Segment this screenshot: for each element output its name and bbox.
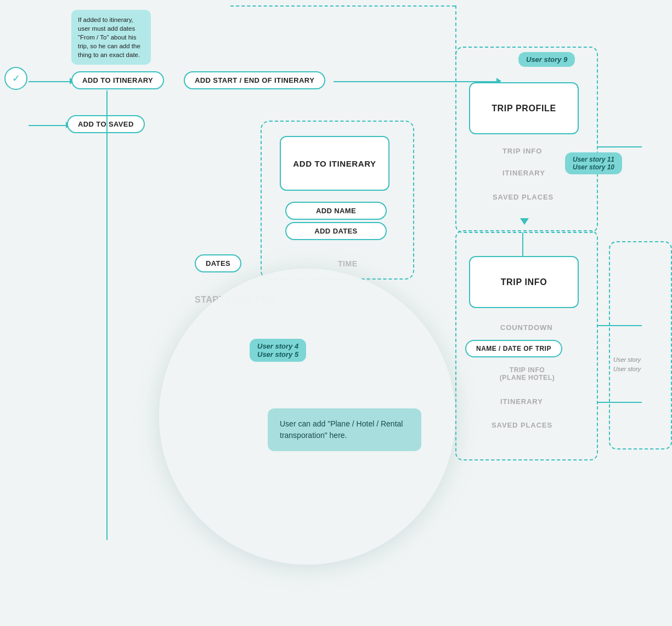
tooltip-box: If added to itinerary, user must add dat… bbox=[71, 10, 151, 65]
dashed-line-top bbox=[230, 5, 455, 7]
line-check-itinerary bbox=[29, 81, 72, 82]
add-to-itinerary-inner-box: ADD TO ITINERARY bbox=[280, 136, 389, 191]
story-11-label: User story 11 bbox=[573, 156, 614, 163]
trip-profile-dashed-box bbox=[455, 47, 598, 233]
user-story-11-10-badge: User story 11 User story 10 bbox=[565, 152, 622, 174]
partial-story-line-2: User story bbox=[613, 365, 641, 374]
arrow-down-between-panels bbox=[520, 218, 529, 225]
partial-story-line-1: User story bbox=[613, 355, 641, 365]
saved-places-label-1: SAVED PLACES bbox=[493, 193, 554, 201]
trip-info-plane-label: TRIP INFO (PLANE HOTEL) bbox=[492, 366, 563, 382]
trip-profile-box: TRIP PROFILE bbox=[469, 82, 579, 134]
description-box: User can add "Plane / Hotel / Rental tra… bbox=[268, 408, 421, 451]
dashed-line-top-right bbox=[455, 5, 456, 55]
name-date-button[interactable]: NAME / DATE OF TRIP bbox=[465, 340, 562, 357]
add-dates-button[interactable]: ADD DATES bbox=[285, 222, 387, 240]
partial-right-panel bbox=[609, 241, 672, 449]
saved-places-label-2: SAVED PLACES bbox=[492, 421, 552, 429]
user-story-partial: User story User story bbox=[613, 355, 641, 373]
countdown-label: COUNTDOWN bbox=[500, 323, 553, 332]
story-4-label: User story 4 bbox=[257, 342, 298, 350]
add-start-end-button[interactable]: ADD START / END OF ITINERARY bbox=[184, 71, 325, 89]
itinerary-label-1: ITINERARY bbox=[502, 169, 545, 177]
trip-info-main-box: TRIP INFO bbox=[469, 256, 579, 308]
add-to-saved-button[interactable]: ADD TO SAVED bbox=[67, 115, 145, 133]
story-10-label: User story 10 bbox=[573, 163, 614, 171]
itinerary-label-2: ITINERARY bbox=[500, 397, 543, 406]
story-5-label: User story 5 bbox=[257, 350, 298, 358]
trip-info-label-1: TRIP INFO bbox=[502, 147, 542, 155]
time-label: TIME bbox=[338, 254, 358, 269]
line-check-saved bbox=[29, 125, 67, 126]
hline-ext-1 bbox=[598, 146, 642, 147]
user-story-4-5-badge: User story 4 User story 5 bbox=[250, 339, 306, 362]
dates-button[interactable]: DATES bbox=[195, 254, 241, 272]
check-circle: ✓ bbox=[4, 67, 27, 90]
add-to-itinerary-button[interactable]: ADD TO ITINERARY bbox=[71, 71, 164, 89]
add-name-button[interactable]: ADD NAME bbox=[285, 202, 387, 220]
vline-main bbox=[106, 90, 108, 540]
